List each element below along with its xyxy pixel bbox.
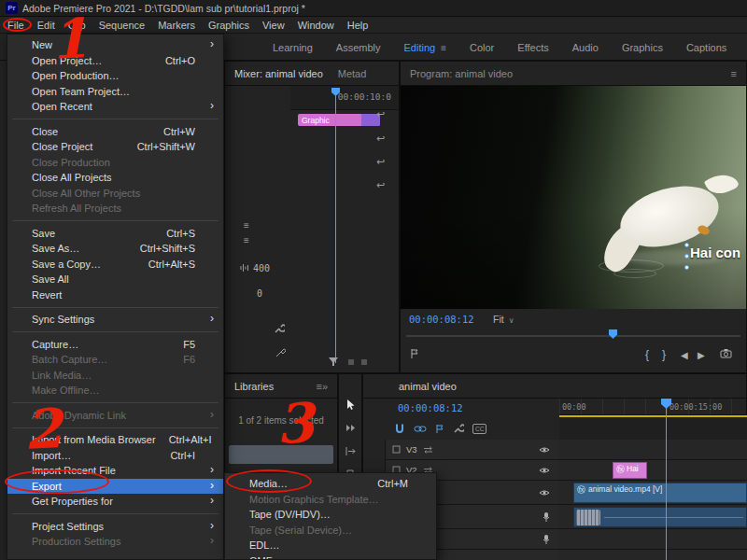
- file-menu-item[interactable]: Batch Capture… F6: [7, 352, 223, 368]
- workspace-tab[interactable]: Captions: [686, 42, 726, 53]
- workspace-tab[interactable]: Graphics: [622, 42, 663, 53]
- menubar-item[interactable]: File: [1, 17, 31, 33]
- file-menu-item[interactable]: Close Production: [7, 155, 223, 171]
- export-menu-item[interactable]: Tape (Serial Device)…: [225, 523, 436, 539]
- panel-menu-icon[interactable]: [731, 68, 737, 79]
- selection-tool-icon[interactable]: [343, 397, 358, 412]
- file-menu-item[interactable]: Open Recent: [7, 99, 223, 115]
- eyedropper-icon[interactable]: [275, 347, 286, 357]
- mark-out-icon[interactable]: [662, 348, 666, 361]
- graphic-clip-bar[interactable]: Graphic: [298, 114, 380, 126]
- tab-audio-mixer[interactable]: Mixer: animal video: [234, 68, 323, 79]
- file-menu-item[interactable]: Link Media…: [7, 368, 223, 384]
- playback-icon[interactable]: [348, 359, 354, 365]
- menubar-item[interactable]: Clip: [62, 17, 92, 33]
- funnel-icon[interactable]: [328, 357, 339, 367]
- file-menu-item[interactable]: Save All: [7, 272, 223, 287]
- file-menu-item[interactable]: Close All Other Projects: [7, 186, 223, 202]
- program-playhead-marker[interactable]: [609, 329, 617, 339]
- param-menu-icon[interactable]: [244, 235, 250, 245]
- file-menu-item[interactable]: [7, 217, 223, 226]
- file-menu-item[interactable]: Capture… F5: [7, 337, 223, 353]
- add-marker-icon[interactable]: [410, 348, 419, 359]
- file-menu-item[interactable]: Export: [7, 479, 223, 495]
- file-menu-item[interactable]: Get Properties for: [7, 494, 223, 510]
- tab-sequence[interactable]: animal video: [399, 381, 457, 392]
- effects-playhead-line[interactable]: [335, 88, 336, 363]
- expand-panel-icon[interactable]: »: [316, 381, 328, 392]
- file-menu-item[interactable]: Import… Ctrl+I: [7, 448, 223, 464]
- timeline-ruler[interactable]: 00:00 00:00:15:00: [559, 399, 747, 415]
- file-menu-item[interactable]: Import Recent File: [7, 463, 223, 479]
- lane-a3[interactable]: [559, 550, 747, 560]
- export-menu-item[interactable]: OMF…: [225, 553, 436, 560]
- workspace-tab[interactable]: Effects: [517, 42, 548, 53]
- reset-param-icon[interactable]: [376, 133, 385, 145]
- mark-in-icon[interactable]: [645, 348, 649, 361]
- menubar-item[interactable]: View: [256, 17, 291, 33]
- track-output-icon[interactable]: [539, 446, 550, 454]
- lane-a2[interactable]: [559, 529, 747, 550]
- file-menu-item[interactable]: Close Ctrl+W: [7, 124, 223, 140]
- lane-v3[interactable]: [559, 440, 747, 460]
- file-menu-item[interactable]: Open Project… Ctrl+O: [7, 53, 223, 69]
- file-menu-item[interactable]: [7, 328, 223, 337]
- reset-param-icon[interactable]: [376, 108, 385, 120]
- program-timecode[interactable]: 00:00:08:12: [409, 314, 474, 325]
- step-back-icon[interactable]: [681, 348, 688, 361]
- playback-icon[interactable]: [361, 359, 367, 365]
- file-menu-item[interactable]: Import from Media Browser Ctrl+Alt+I: [7, 432, 223, 448]
- file-menu-item[interactable]: Save a Copy… Ctrl+Alt+S: [7, 257, 223, 273]
- track-header-v3[interactable]: V3: [386, 440, 559, 460]
- file-menu-item[interactable]: Save Ctrl+S: [7, 226, 223, 242]
- param-menu-icon[interactable]: [244, 220, 250, 231]
- file-menu-item[interactable]: Revert: [7, 287, 223, 303]
- file-menu-item[interactable]: Save As… Ctrl+Shift+S: [7, 241, 223, 257]
- caption-handle[interactable]: [684, 254, 689, 259]
- file-menu-item[interactable]: Project Settings: [7, 519, 223, 535]
- file-menu-item[interactable]: Make Offline…: [7, 383, 223, 399]
- reset-param-icon[interactable]: [376, 156, 385, 168]
- menubar-item[interactable]: Graphics: [202, 17, 256, 33]
- wrench-icon[interactable]: [274, 323, 285, 334]
- workspace-tab[interactable]: Audio: [572, 42, 599, 53]
- selected-library-item[interactable]: [229, 445, 333, 464]
- tab-libraries[interactable]: Libraries: [234, 381, 274, 392]
- program-scrubber[interactable]: [406, 335, 740, 337]
- workspace-tab[interactable]: Editing: [404, 42, 446, 53]
- menubar-item[interactable]: Help: [341, 17, 375, 33]
- menubar-item[interactable]: Sequence: [92, 17, 152, 33]
- file-menu-item[interactable]: Close Project Ctrl+Shift+W: [7, 139, 223, 155]
- export-menu-item[interactable]: Media… Ctrl+M: [225, 476, 436, 492]
- caption-text[interactable]: Hai con: [690, 245, 740, 260]
- step-forward-icon[interactable]: [698, 348, 705, 361]
- video-preview[interactable]: Hai con: [401, 86, 746, 309]
- caption-handle[interactable]: [684, 243, 689, 247]
- voiceover-icon[interactable]: [543, 534, 550, 545]
- track-select-tool-icon[interactable]: [343, 420, 358, 435]
- workspace-tab[interactable]: Color: [470, 42, 494, 53]
- file-menu-item[interactable]: Refresh All Projects: [7, 201, 223, 217]
- file-menu-item[interactable]: [7, 115, 223, 124]
- timeline-playhead-line[interactable]: [666, 399, 667, 560]
- caption-handle[interactable]: [684, 265, 689, 270]
- menubar-item[interactable]: Edit: [31, 17, 62, 33]
- graphic-clip[interactable]: fx Hai: [613, 462, 647, 479]
- track-output-icon[interactable]: [539, 489, 550, 497]
- effects-timecode[interactable]: 00:00:10:0: [338, 91, 391, 102]
- zoom-level-dropdown[interactable]: Fit: [493, 314, 514, 325]
- file-menu-item[interactable]: Open Team Project…: [7, 84, 223, 100]
- file-menu-item[interactable]: New: [7, 37, 223, 53]
- export-menu-item[interactable]: Motion Graphics Template…: [225, 492, 436, 508]
- menubar-item[interactable]: Window: [291, 17, 341, 33]
- mixer-value[interactable]: 0: [257, 288, 262, 299]
- track-output-icon[interactable]: [539, 467, 550, 474]
- export-frame-icon[interactable]: [720, 348, 732, 358]
- audio-clip[interactable]: [573, 507, 747, 527]
- file-menu-item[interactable]: Open Production…: [7, 68, 223, 84]
- file-menu-item[interactable]: [7, 510, 223, 519]
- reset-param-icon[interactable]: [376, 179, 385, 191]
- file-menu-item[interactable]: Sync Settings: [7, 312, 223, 328]
- file-menu-item[interactable]: Adobe Dynamic Link: [7, 408, 223, 424]
- timeline-timecode[interactable]: 00:00:08:12: [398, 402, 463, 413]
